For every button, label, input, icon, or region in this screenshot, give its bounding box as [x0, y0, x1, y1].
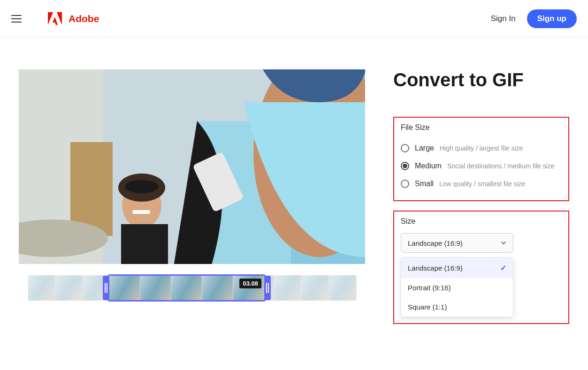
sign-in-link[interactable]: Sign In	[491, 14, 516, 23]
size-option-square[interactable]: Square (1:1)	[401, 297, 513, 317]
check-icon: ✓	[500, 264, 506, 272]
radio-label: Small	[415, 180, 434, 188]
dropdown-item-label: Landscape (16:9)	[408, 264, 463, 272]
adobe-logo-icon	[48, 12, 62, 25]
radio-desc: High quality / largest file size	[440, 144, 523, 152]
chevron-down-icon	[501, 240, 506, 246]
file-size-panel: File Size Large High quality / largest f…	[393, 117, 569, 201]
header-left: Adobe	[11, 12, 99, 25]
file-size-option-large[interactable]: Large High quality / largest file size	[401, 139, 562, 157]
page-title: Convert to GIF	[393, 69, 569, 91]
size-select-trigger[interactable]: Landscape (16:9)	[401, 233, 513, 253]
adobe-logo[interactable]: Adobe	[48, 12, 99, 25]
radio-desc: Social destinations / medium file size	[447, 162, 555, 170]
size-panel: Size Landscape (16:9) Landscape (16:9) ✓…	[393, 211, 569, 324]
radio-desc: Low quality / smallest file size	[439, 180, 526, 188]
duration-badge: 03.08	[239, 279, 261, 288]
file-size-option-small[interactable]: Small Low quality / smallest file size	[401, 175, 562, 193]
radio-icon	[401, 162, 409, 170]
main-content: 03.08 Convert to GIF File Size Large Hig…	[0, 38, 588, 333]
sign-up-button[interactable]: Sign up	[527, 9, 577, 28]
svg-point-8	[125, 180, 159, 193]
size-option-portrait[interactable]: Portrait (9:16)	[401, 278, 513, 297]
menu-icon[interactable]	[11, 15, 22, 23]
settings-panel: Convert to GIF File Size Large High qual…	[393, 69, 569, 333]
dropdown-item-label: Square (1:1)	[408, 303, 447, 311]
editor-left: 03.08	[19, 69, 365, 333]
size-select-value: Landscape (16:9)	[408, 239, 463, 247]
trim-handle-left[interactable]	[105, 283, 107, 293]
video-preview[interactable]	[19, 69, 365, 264]
size-label: Size	[401, 217, 562, 226]
radio-icon	[401, 180, 409, 188]
size-dropdown: Landscape (16:9) ✓ Portrait (9:16) Squar…	[401, 257, 513, 317]
radio-label: Medium	[415, 162, 442, 170]
size-select: Landscape (16:9) Landscape (16:9) ✓ Port…	[401, 233, 562, 253]
size-option-landscape[interactable]: Landscape (16:9) ✓	[401, 258, 513, 278]
brand-name: Adobe	[69, 13, 99, 24]
file-size-label: File Size	[401, 123, 562, 132]
svg-rect-6	[121, 224, 168, 264]
trim-handle-right[interactable]	[266, 283, 269, 293]
svg-rect-9	[132, 210, 150, 214]
timeline-selection[interactable]: 03.08	[108, 274, 266, 302]
file-size-option-medium[interactable]: Medium Social destinations / medium file…	[401, 157, 562, 175]
header: Adobe Sign In Sign up	[0, 0, 588, 38]
dropdown-item-label: Portrait (9:16)	[408, 284, 451, 292]
video-timeline[interactable]: 03.08	[28, 275, 357, 301]
radio-label: Large	[415, 144, 434, 152]
radio-icon	[401, 144, 409, 152]
header-right: Sign In Sign up	[491, 9, 577, 28]
